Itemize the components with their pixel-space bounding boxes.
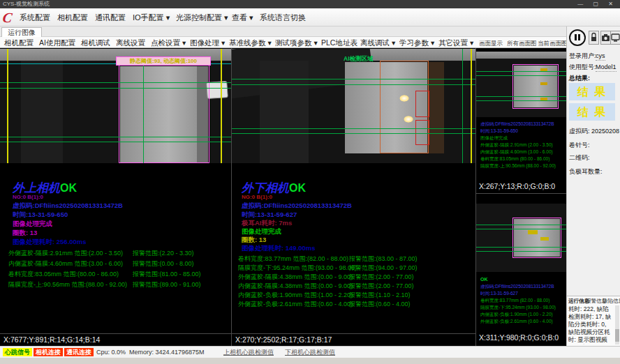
measurement-row: 隔膜宽度-上:90.56mm 范围:(88.00 - 92.00): [8, 280, 127, 289]
mini-text-row: 卷料宽度:83.77mm (82.00 - 88.00): [480, 297, 549, 304]
menu-language-switch[interactable]: 系统语言切换: [260, 13, 306, 22]
mini-a-coords: X:267;Y:13;R:0;G:0;B:0: [479, 182, 555, 190]
yellow-marker: [528, 230, 538, 234]
tool-camera-config[interactable]: 相机配置: [4, 38, 34, 47]
mini-text-row: 隔膜宽度-下:95.24mm (93.00 - 98.00): [480, 304, 556, 311]
alarm-range: 报警范围:(83.00 - 87.00): [349, 255, 418, 264]
edge-line-yellow: [471, 49, 472, 163]
pause-icon: [575, 34, 577, 40]
measurement-row: 外侧蓝胶-隔膜:2.91mm 范围:(2.00 - 3.50): [8, 249, 123, 258]
guide-line-green: [476, 247, 566, 248]
guide-line-green: [0, 88, 231, 89]
mini-text-row: 内侧蓝胶-隔膜:4.60mm (3.00 - 6.00): [480, 149, 553, 156]
tool-other-settings[interactable]: 其它设置 ▾: [438, 38, 473, 47]
memory-usage-text: Memory: 3424.41796875M: [129, 349, 205, 356]
left-cam-barcode: 虚拟码:DFfIiins2025020813313472B: [13, 202, 123, 211]
info-scrollbar[interactable]: [615, 305, 619, 344]
alarm-range: 报警范围:(81.00 - 85.00): [133, 270, 201, 279]
tool-plc-address[interactable]: PLC地址表: [321, 38, 357, 47]
right-cam-title: 外下相机OK: [242, 182, 306, 195]
display-tab-all[interactable]: 所有画面图: [507, 40, 537, 47]
tool-ai-use-config[interactable]: AI使用配置: [39, 38, 75, 47]
app-window: CYS-视觉检测系统 — ▢ ✕ C 系统配置 相机配置 通讯配置 IO手配置 …: [0, 0, 620, 364]
menu-io-config[interactable]: IO手配置 ▾: [133, 13, 170, 22]
info-tab-defect[interactable]: 缺陷信息: [603, 298, 620, 305]
alarm-range: 报警范围:(1.10 - 2.10): [349, 291, 411, 300]
result-badge-1: 结 果: [569, 83, 615, 100]
camera-button[interactable]: [600, 31, 611, 45]
mini-text-row: 外侧蓝胶-负极:2.61mm (0.60 - 4.00): [480, 318, 553, 325]
app-logo-icon: C: [1, 10, 17, 25]
right-camera-image[interactable]: AI检测区域: [232, 49, 475, 163]
mini-text-row: 内侧蓝胶-负极:1.90mm (1.00 - 2.20): [480, 311, 553, 318]
mini-b-image[interactable]: [476, 204, 566, 272]
menu-camera-config[interactable]: 相机配置: [57, 13, 88, 22]
left-camera-image[interactable]: 静态阈值:93, 动态阈值:100: [0, 49, 231, 163]
roi-box-red: [415, 120, 429, 145]
measurement-row: 外侧蓝胶-隔膜:4.38mm 范围:(0.00 - 9.00): [238, 273, 353, 282]
mini-a-image[interactable]: [476, 52, 566, 117]
virtual-code-label: 虚拟码: 20250208: [569, 127, 619, 135]
measurement-row: 内侧蓝胶-负极:1.90mm 范围:(1.00 - 2.20): [238, 291, 353, 300]
alarm-range: 报警范围:(94.00 - 97.00): [349, 264, 418, 273]
info-scrollbar-thumb[interactable]: [615, 329, 619, 342]
qr-code-label: 二维码:: [569, 153, 590, 162]
guide-line-green: [232, 128, 475, 129]
camera-status-badge: 相机连接: [34, 348, 63, 356]
yellow-marker: [540, 68, 547, 71]
right-camera-panel: AI检测区域 外下相机OK NG:0 B(1):0 虚拟码:DFfIiins20…: [232, 48, 475, 346]
menu-view[interactable]: 查看 ▾: [232, 13, 253, 22]
display-tab-screen[interactable]: 画面显示: [479, 40, 503, 47]
left-cam-count: 圈数: 13: [13, 229, 37, 238]
pause-icon: [578, 34, 580, 40]
tab-strip: [0, 26, 566, 37]
right-cam-title-text: 外下相机: [242, 181, 289, 195]
guide-line-green: [232, 133, 475, 134]
virtual-code-value: 20250208: [591, 128, 619, 135]
panel-divider: [232, 333, 475, 334]
window-controls[interactable]: — ▢ ✕: [577, 0, 617, 8]
lock-button[interactable]: [589, 31, 599, 45]
left-cam-title: 外上相机OK: [13, 182, 77, 195]
tool-offline-debug[interactable]: 离线调试 ▾: [360, 38, 395, 47]
monitor-button[interactable]: [610, 31, 620, 45]
tool-baseline-params[interactable]: 基准线参数 ▾: [229, 38, 272, 47]
login-user-label: 登录用户:: [569, 52, 596, 60]
guide-line-green: [476, 229, 566, 229]
right-cam-coords: X:270;Y:2502;R:17;G:17;B:17: [235, 335, 332, 344]
menu-system-config[interactable]: 系统配置: [20, 13, 50, 22]
pause-button[interactable]: [569, 29, 586, 46]
window-bottom-edge: [0, 358, 620, 364]
left-cam-time: 时间:13-31-59-650: [13, 211, 68, 220]
left-cam-coords: X:7677;Y:891;R:14;G:14;B:14: [3, 335, 100, 344]
display-tab-current[interactable]: 当前画面图: [538, 40, 568, 47]
tool-check-setting[interactable]: 点检设置 ▾: [151, 38, 186, 47]
left-cam-status: 图像处理完成: [13, 220, 52, 229]
upper-camera-status-link[interactable]: 上相机心跳检测值: [223, 349, 274, 356]
camera-icon: [601, 31, 610, 44]
measurement-row: 卷料宽度:83.05mm 范围:(80.00 - 86.00): [8, 270, 119, 279]
threshold-label: 静态阈值:93, 动态阈值:100: [116, 56, 211, 66]
alarm-range: 报警范围:(0.60 - 4.00): [349, 300, 411, 309]
bright-spot: [404, 116, 413, 123]
right-cam-barcode: 虚拟码:DFfIiins2025020813313472B: [242, 202, 352, 211]
guide-line-green: [476, 71, 566, 72]
tool-learn-params[interactable]: 学习参数 ▾: [399, 38, 434, 47]
tool-test-params[interactable]: 测试项参数 ▾: [275, 38, 318, 47]
guide-line-green: [476, 225, 566, 225]
info-log-text: 耗时: 222, 缺陷检测耗时: 17, 缺陷分类耗时: 0, 缺陷视频分区耗时…: [568, 305, 613, 344]
menu-comm-config[interactable]: 通讯配置: [95, 13, 126, 22]
edge-line-yellow: [7, 49, 8, 163]
machine-column: [21, 61, 63, 163]
tool-camera-debug[interactable]: 相机调试: [81, 38, 110, 47]
lower-camera-status-link[interactable]: 下相机心跳检测值: [285, 349, 335, 356]
menu-light-config[interactable]: 光源控制配置 ▾: [176, 13, 228, 22]
yellow-marker: [540, 98, 547, 100]
guide-line-green: [476, 75, 566, 76]
heartbeat-status-badge: 心跳信号: [3, 348, 32, 356]
tab-run-image[interactable]: 运行图像: [1, 27, 42, 37]
total-result-label: 总结果:: [569, 74, 590, 82]
tool-image-process[interactable]: 图像处理 ▾: [190, 38, 225, 47]
measurement-row: 内侧蓝胶-隔膜:4.38mm 范围:(0.00 - 9.00): [238, 282, 353, 291]
tool-offline-setting[interactable]: 离线设置: [116, 38, 145, 47]
